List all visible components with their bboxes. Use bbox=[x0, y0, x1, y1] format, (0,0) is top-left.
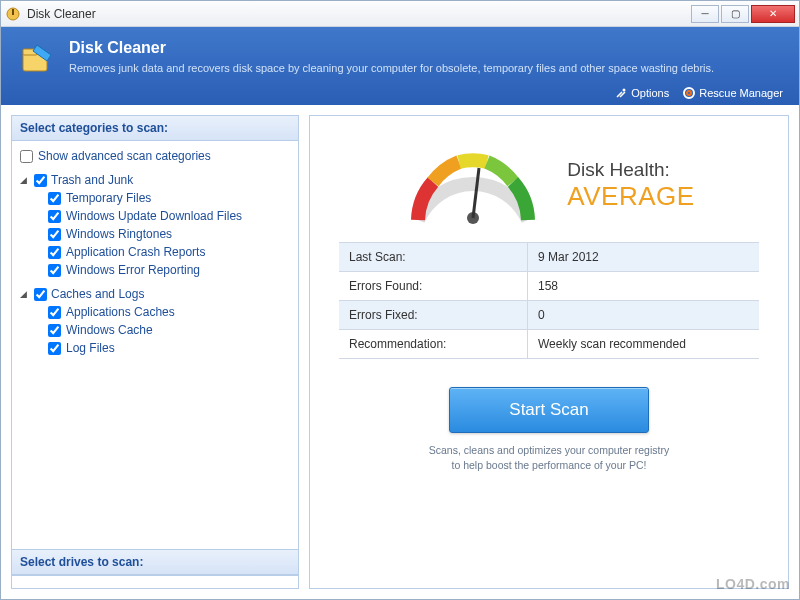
drives-panel: Local Disk (C:) bbox=[12, 575, 298, 588]
category-item[interactable]: Temporary Files bbox=[48, 189, 290, 207]
svg-point-4 bbox=[623, 89, 626, 92]
health-info-table: Last Scan: 9 Mar 2012 Errors Found: 158 … bbox=[339, 242, 759, 359]
minimize-button[interactable]: ─ bbox=[691, 5, 719, 23]
group-checkbox[interactable] bbox=[34, 288, 47, 301]
category-group: ◢ Trash and Junk Temporary Files Windows… bbox=[20, 171, 290, 279]
info-key: Recommendation: bbox=[339, 330, 528, 358]
group-label: Caches and Logs bbox=[51, 287, 144, 301]
health-label: Disk Health: bbox=[567, 159, 694, 181]
show-advanced-label: Show advanced scan categories bbox=[38, 149, 211, 163]
svg-point-5 bbox=[684, 88, 694, 98]
info-value: 158 bbox=[528, 272, 759, 300]
table-row: Recommendation: Weekly scan recommended bbox=[339, 330, 759, 359]
drive-item[interactable]: Local Disk (C:) bbox=[20, 582, 290, 588]
category-item[interactable]: Windows Update Download Files bbox=[48, 207, 290, 225]
show-advanced-checkbox[interactable]: Show advanced scan categories bbox=[20, 147, 290, 165]
cleaner-icon bbox=[17, 39, 57, 79]
category-item[interactable]: Windows Cache bbox=[48, 321, 290, 339]
tools-icon bbox=[615, 87, 627, 99]
group-label: Trash and Junk bbox=[51, 173, 133, 187]
info-value: 9 Mar 2012 bbox=[528, 243, 759, 271]
close-button[interactable]: ✕ bbox=[751, 5, 795, 23]
category-item[interactable]: Windows Error Reporting bbox=[48, 261, 290, 279]
maximize-button[interactable]: ▢ bbox=[721, 5, 749, 23]
category-item[interactable]: Log Files bbox=[48, 339, 290, 357]
categories-heading: Select categories to scan: bbox=[12, 116, 298, 141]
group-trash-junk[interactable]: ◢ Trash and Junk bbox=[20, 171, 290, 189]
rescue-manager-link[interactable]: Rescue Manager bbox=[683, 87, 783, 99]
window-title: Disk Cleaner bbox=[27, 7, 96, 21]
category-group: ◢ Caches and Logs Applications Caches Wi… bbox=[20, 285, 290, 357]
lifesaver-icon bbox=[683, 87, 695, 99]
health-gauge-icon bbox=[403, 140, 543, 230]
table-row: Errors Fixed: 0 bbox=[339, 301, 759, 330]
header-banner: Disk Cleaner Removes junk data and recov… bbox=[1, 27, 799, 105]
info-key: Errors Fixed: bbox=[339, 301, 528, 329]
group-checkbox[interactable] bbox=[34, 174, 47, 187]
show-advanced-input[interactable] bbox=[20, 150, 33, 163]
watermark: LO4D.com bbox=[716, 576, 790, 592]
app-window: Disk Cleaner ─ ▢ ✕ Disk Cleaner Removes … bbox=[0, 0, 800, 600]
category-item[interactable]: Application Crash Reports bbox=[48, 243, 290, 261]
table-row: Errors Found: 158 bbox=[339, 272, 759, 301]
header-title: Disk Cleaner bbox=[69, 39, 714, 57]
health-value: AVERAGE bbox=[567, 181, 694, 212]
main-panel: Disk Health: AVERAGE Last Scan: 9 Mar 20… bbox=[309, 115, 789, 589]
chevron-down-icon: ◢ bbox=[20, 289, 30, 299]
svg-rect-1 bbox=[12, 9, 14, 15]
options-link[interactable]: Options bbox=[615, 87, 669, 99]
titlebar: Disk Cleaner ─ ▢ ✕ bbox=[1, 1, 799, 27]
drives-heading: Select drives to scan: bbox=[12, 549, 298, 575]
group-caches-logs[interactable]: ◢ Caches and Logs bbox=[20, 285, 290, 303]
category-item[interactable]: Windows Ringtones bbox=[48, 225, 290, 243]
options-label: Options bbox=[631, 87, 669, 99]
category-item[interactable]: Applications Caches bbox=[48, 303, 290, 321]
table-row: Last Scan: 9 Mar 2012 bbox=[339, 243, 759, 272]
chevron-down-icon: ◢ bbox=[20, 175, 30, 185]
info-key: Errors Found: bbox=[339, 272, 528, 300]
svg-line-10 bbox=[473, 168, 479, 218]
header-description: Removes junk data and recovers disk spac… bbox=[69, 61, 714, 76]
app-icon bbox=[5, 6, 21, 22]
scan-hint: Scans, cleans and optimizes your compute… bbox=[429, 443, 669, 472]
start-scan-button[interactable]: Start Scan bbox=[449, 387, 649, 433]
info-value: 0 bbox=[528, 301, 759, 329]
info-value: Weekly scan recommended bbox=[528, 330, 759, 358]
svg-point-6 bbox=[687, 91, 691, 95]
content-area: Select categories to scan: Show advanced… bbox=[1, 105, 799, 599]
info-key: Last Scan: bbox=[339, 243, 528, 271]
sidebar: Select categories to scan: Show advanced… bbox=[11, 115, 299, 589]
categories-panel: Show advanced scan categories ◢ Trash an… bbox=[12, 141, 298, 549]
rescue-label: Rescue Manager bbox=[699, 87, 783, 99]
